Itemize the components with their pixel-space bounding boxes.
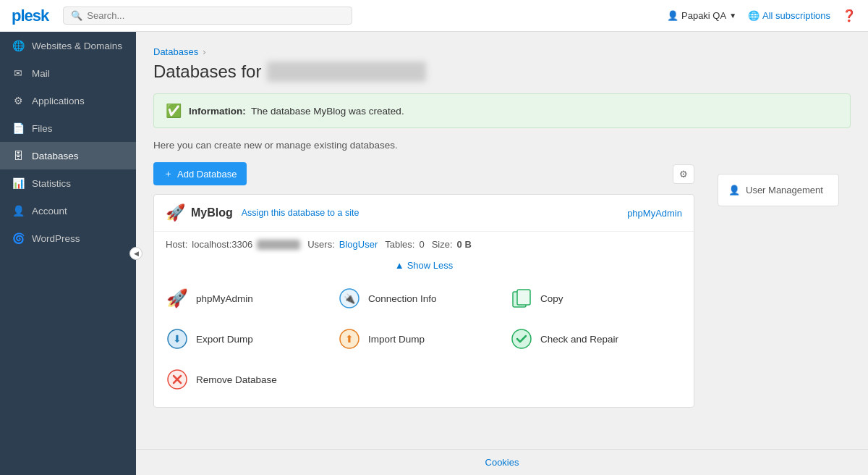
alert-message: The database MyBlog was created. xyxy=(251,106,404,117)
add-database-button[interactable]: ＋ Add Database xyxy=(153,162,247,185)
assign-database-link[interactable]: Assign this database to a site xyxy=(242,208,359,218)
right-panel: 👤 User Management xyxy=(706,162,851,408)
wordpress-icon: 🌀 xyxy=(12,232,25,245)
show-less-label: Show Less xyxy=(407,260,454,271)
user-icon: 👤 xyxy=(728,185,740,196)
sidebar-item-applications[interactable]: ⚙ Applications xyxy=(0,87,136,114)
action-phpmyadmin[interactable]: 🚀 phpMyAdmin xyxy=(166,282,338,314)
tables-label: Tables: xyxy=(385,239,414,250)
show-less-row: ▲ Show Less xyxy=(154,257,694,277)
sidebar-item-label: Files xyxy=(32,123,53,134)
tables-value: 0 xyxy=(419,239,424,250)
copy-icon xyxy=(510,287,533,310)
sidebar-item-label: Account xyxy=(32,206,67,217)
breadcrumb-databases[interactable]: Databases xyxy=(153,46,198,57)
subscriptions-label: All subscriptions xyxy=(762,10,830,21)
action-label: Check and Repair xyxy=(540,334,618,345)
main-content: Databases › Databases for ✅ Information:… xyxy=(136,32,868,475)
main-inner: Databases › Databases for ✅ Information:… xyxy=(136,32,868,449)
page-title: Databases for xyxy=(153,62,851,82)
globe-icon: 🌐 xyxy=(748,10,760,21)
plesk-logo: plesk xyxy=(12,7,48,25)
import-dump-icon: ⬆ xyxy=(338,327,361,350)
action-label: Connection Info xyxy=(368,293,437,304)
footer: Cookies xyxy=(136,449,868,475)
add-database-label: Add Database xyxy=(177,169,237,180)
svg-rect-3 xyxy=(517,290,530,305)
panel-card-user-management: 👤 User Management xyxy=(718,174,839,206)
user-name: Papaki QA xyxy=(681,10,726,21)
sidebar-collapse-button[interactable]: ◀ xyxy=(129,247,142,260)
size-value: 0 B xyxy=(457,239,472,250)
cookies-link[interactable]: Cookies xyxy=(485,457,519,468)
svg-text:⬆: ⬆ xyxy=(345,333,354,345)
svg-text:🔌: 🔌 xyxy=(344,293,356,305)
action-copy[interactable]: Copy xyxy=(510,282,682,314)
toolbar: ＋ Add Database ⚙ xyxy=(153,162,694,185)
topbar-right: 👤 Papaki QA ▼ 🌐 All subscriptions ❓ xyxy=(667,9,856,22)
action-import-dump[interactable]: ⬆ Import Dump xyxy=(338,323,510,355)
sidebar-item-account[interactable]: 👤 Account xyxy=(0,197,136,224)
page-description: Here you can create new or manage existi… xyxy=(153,140,851,151)
sidebar-item-label: Applications xyxy=(32,96,85,106)
search-bar[interactable]: 🔍 xyxy=(63,7,352,25)
action-label: Export Dump xyxy=(196,334,253,345)
globe-icon: 🌐 xyxy=(12,39,25,52)
sidebar-item-mail[interactable]: ✉ Mail xyxy=(0,59,136,87)
action-remove-database[interactable]: Remove Database xyxy=(166,363,338,395)
host-value: localhost:3306 xyxy=(192,239,252,250)
action-export-dump[interactable]: ⬇ Export Dump xyxy=(166,323,338,355)
chevron-down-icon: ▼ xyxy=(729,12,736,20)
page-title-prefix: Databases for xyxy=(153,62,261,82)
sidebar-item-label: Mail xyxy=(32,68,50,79)
content-main: ＋ Add Database ⚙ 🚀 MyBlog xyxy=(153,162,694,408)
show-less-button[interactable]: ▲ Show Less xyxy=(395,260,453,271)
action-label: Copy xyxy=(540,293,563,304)
settings-icon-button[interactable]: ⚙ xyxy=(673,164,694,184)
export-dump-icon: ⬇ xyxy=(166,327,189,350)
remove-database-icon xyxy=(166,368,189,391)
breadcrumb-separator: › xyxy=(203,46,205,57)
phpmyadmin-header-link[interactable]: phpMyAdmin xyxy=(627,208,682,219)
sidebar-item-label: Statistics xyxy=(32,178,71,189)
search-input[interactable] xyxy=(87,10,344,21)
users-label: Users: xyxy=(307,239,335,250)
user-menu[interactable]: 👤 Papaki QA ▼ xyxy=(667,10,736,21)
action-check-repair[interactable]: Check and Repair xyxy=(510,323,682,355)
help-button[interactable]: ❓ xyxy=(842,9,856,22)
host-password-blur xyxy=(257,240,300,250)
user-management-link[interactable]: 👤 User Management xyxy=(728,185,828,196)
sidebar-item-label: Websites & Domains xyxy=(32,41,122,51)
sidebar-item-databases[interactable]: 🗄 Databases xyxy=(0,142,136,169)
sidebar-item-wordpress[interactable]: 🌀 WordPress xyxy=(0,224,136,252)
sidebar-item-websites-domains[interactable]: 🌐 Websites & Domains xyxy=(0,32,136,59)
actions-grid: 🚀 phpMyAdmin 🔌 Connect xyxy=(154,277,694,407)
svg-point-8 xyxy=(512,329,531,348)
database-card-header: 🚀 MyBlog Assign this database to a site … xyxy=(154,195,694,232)
svg-text:⬇: ⬇ xyxy=(173,333,182,345)
database-name: MyBlog xyxy=(191,206,233,219)
chart-icon: 📊 xyxy=(12,177,25,190)
database-title: 🚀 MyBlog xyxy=(166,203,233,222)
chevron-up-icon: ▲ xyxy=(395,260,404,271)
file-icon: 📄 xyxy=(12,122,25,135)
breadcrumb: Databases › xyxy=(153,46,851,57)
sidebar-item-statistics[interactable]: 📊 Statistics xyxy=(0,169,136,197)
alert-text: Information: The database MyBlog was cre… xyxy=(189,106,404,117)
action-connection-info[interactable]: 🔌 Connection Info xyxy=(338,282,510,314)
user-link[interactable]: BlogUser xyxy=(339,239,378,250)
sidebar-item-files[interactable]: 📄 Files xyxy=(0,114,136,142)
user-management-label: User Management xyxy=(746,185,823,196)
action-label: phpMyAdmin xyxy=(196,293,253,304)
mail-icon: ✉ xyxy=(12,67,25,80)
page-title-domain xyxy=(267,62,426,82)
settings-icon: ⚙ xyxy=(679,169,688,180)
topbar: plesk 🔍 👤 Papaki QA ▼ 🌐 All subscription… xyxy=(0,0,868,32)
search-icon: 🔍 xyxy=(71,10,82,21)
sidebar-wrapper: 🌐 Websites & Domains ✉ Mail ⚙ Applicatio… xyxy=(0,32,136,475)
subscriptions-menu[interactable]: 🌐 All subscriptions xyxy=(748,10,830,21)
host-label: Host: xyxy=(166,239,187,250)
connection-info-icon: 🔌 xyxy=(338,287,361,310)
alert-banner: ✅ Information: The database MyBlog was c… xyxy=(153,93,851,128)
layout: 🌐 Websites & Domains ✉ Mail ⚙ Applicatio… xyxy=(0,32,868,475)
